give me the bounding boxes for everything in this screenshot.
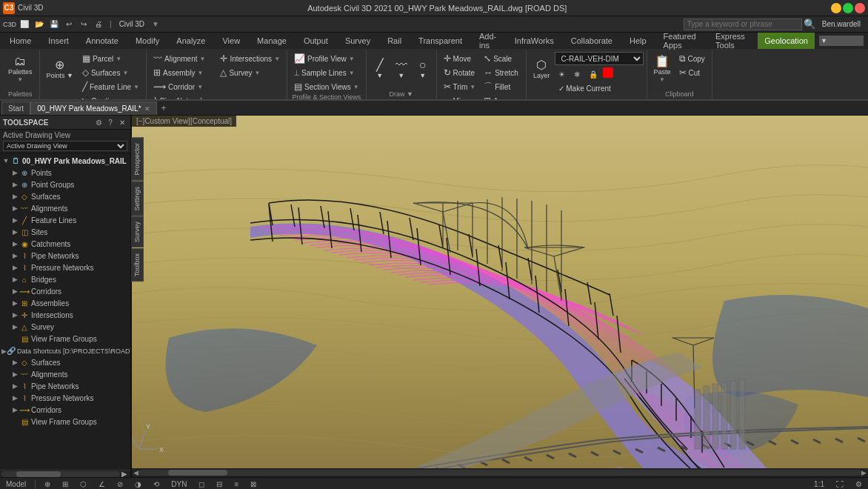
close-button[interactable] [855, 3, 865, 13]
circle-button[interactable]: ○ ▼ [413, 52, 433, 86]
viewport-scroll-thumb[interactable] [168, 470, 227, 476]
polyline-button[interactable]: 〰 ▼ [391, 52, 412, 86]
tree-item-survey[interactable]: ▶ △ Survey [0, 321, 130, 333]
tab-survey[interactable]: Survey [337, 33, 378, 49]
intersections-button[interactable]: ✛ Intersections ▼ [216, 52, 284, 65]
minimize-button[interactable] [831, 3, 841, 13]
ts-properties-button[interactable]: ⚙ [93, 117, 104, 127]
status-ortho[interactable]: ∠ [96, 480, 108, 488]
feature-line-button[interactable]: ╱ Feature Line ▼ [79, 80, 143, 93]
layer-off-button[interactable]: ☀ [555, 67, 569, 81]
copy-button[interactable]: ⧉ Copy [675, 52, 709, 65]
properties-button[interactable]: ⚙ Properties [555, 96, 644, 99]
status-model[interactable]: Model [3, 480, 29, 488]
tree-item-catchments[interactable]: ▶ ◉ Catchments [0, 238, 130, 250]
tree-item-view-frame-groups[interactable]: ▤ View Frame Groups [0, 333, 130, 345]
tree-scrollbar[interactable]: ▶ [0, 470, 130, 477]
status-snap[interactable]: ⊕ [41, 480, 53, 488]
tab-start[interactable]: Start [1, 102, 30, 115]
layer-properties-button[interactable]: ⬡ Layer [530, 52, 554, 86]
assembly-button[interactable]: ⊞ Assembly ▼ [150, 66, 216, 79]
prospector-tab[interactable]: Prospector [131, 138, 144, 181]
points-button[interactable]: ⊕ Points ▼ [43, 52, 77, 86]
tree-item-ds-alignments[interactable]: ▶ 〰 Alignments [0, 368, 130, 380]
survey-button[interactable]: △ Survey ▼ [216, 66, 284, 79]
h-scroll-bar[interactable]: ◀ ▶ [132, 468, 868, 477]
tab-addins[interactable]: Add-ins [471, 33, 506, 49]
tree-item-pipe-networks[interactable]: ▶ ⌇ Pipe Networks [0, 250, 130, 262]
tree-item-assemblies[interactable]: ▶ ⊞ Assemblies [0, 297, 130, 309]
alignment-button[interactable]: 〰 Alignment ▼ [150, 52, 216, 65]
status-sc[interactable]: ⊠ [247, 480, 259, 488]
tab-annotate[interactable]: Annotate [78, 33, 127, 49]
array-button[interactable]: ⊞ Array ▼ [480, 94, 523, 99]
scroll-thumb[interactable] [16, 471, 61, 477]
parcel-button[interactable]: ▦ Parcel ▼ [79, 52, 143, 65]
ts-help-button[interactable]: ? [105, 117, 116, 127]
maximize-button[interactable] [843, 3, 853, 13]
tab-modify[interactable]: Modify [127, 33, 167, 49]
scroll-left-button[interactable]: ◀ [133, 469, 138, 476]
tree-item-ds-view-frames[interactable]: ▤ View Frame Groups [0, 416, 130, 428]
tree-item-ds-surfaces[interactable]: ▶ ◇ Surfaces [0, 356, 130, 368]
profile-view-button[interactable]: 📈 Profile View ▼ [290, 52, 363, 65]
make-current-button[interactable]: ✓ Make Current [555, 82, 644, 95]
mirror-button[interactable]: ⇔ Mirror [440, 94, 480, 99]
layer-lock-button[interactable]: 🔒 [585, 67, 601, 81]
tree-item-ds-pipe-networks[interactable]: ▶ ⌇ Pipe Networks [0, 380, 130, 392]
ts-close-button[interactable]: ✕ [117, 117, 127, 127]
tab-view[interactable]: View [214, 33, 248, 49]
line-button[interactable]: ╱ ▼ [370, 52, 390, 86]
tree-item-ds-pressure[interactable]: ▶ ⌇ Pressure Networks [0, 392, 130, 404]
tree-item-pressure-networks[interactable]: ▶ ⌇ Pressure Networks [0, 262, 130, 273]
save-button[interactable]: 💾 [47, 18, 61, 31]
tree-item-corridors[interactable]: ▶ ⟿ Corridors [0, 285, 130, 297]
rotate-button[interactable]: ↻ Rotate [440, 66, 480, 79]
tree-item-sites[interactable]: ▶ ◫ Sites [0, 226, 130, 238]
status-lw[interactable]: ◻ [196, 480, 207, 488]
layer-freeze-button[interactable]: ❄ [570, 67, 584, 81]
tree-item-intersections[interactable]: ▶ ✛ Intersections [0, 309, 130, 321]
tree-item-drawing[interactable]: ▼ 🗒 00_HWY Park Meadows_RAIL [0, 155, 130, 167]
scale-button[interactable]: ⤡ Scale [480, 52, 523, 65]
open-button[interactable]: 📂 [33, 18, 46, 31]
trim-button[interactable]: ✂ Trim ▼ [440, 80, 480, 93]
tree-item-ds-corridors[interactable]: ▶ ⟿ Corridors [0, 404, 130, 416]
scroll-arrow[interactable]: ▶ [120, 470, 129, 478]
corridor-button[interactable]: ⟿ Corridor ▼ [150, 80, 216, 93]
close-tab-icon[interactable]: ✕ [144, 105, 150, 113]
section-views-button[interactable]: ▤ Section Views ▼ [290, 80, 363, 93]
tree-item-data-shortcuts[interactable]: ▶ 🔗 Data Shortcuts [D:\PROJECTS\ROAD\...… [0, 345, 130, 356]
status-grid[interactable]: ⊞ [59, 480, 71, 488]
status-viewport[interactable]: ⛶ [833, 480, 847, 488]
search-input[interactable] [684, 19, 802, 30]
tab-output[interactable]: Output [296, 33, 336, 49]
tab-transparent[interactable]: Transparent [410, 33, 470, 49]
search-button[interactable]: 🔍 [804, 19, 816, 30]
tree-item-bridges[interactable]: ▶ ⌂ Bridges [0, 273, 130, 285]
tab-geolocation[interactable]: Geolocation [758, 33, 815, 49]
grading-button[interactable]: ◺ Grading ▼ [79, 94, 143, 99]
surfaces-button[interactable]: ◇ Surfaces ▼ [79, 66, 143, 79]
sample-lines-button[interactable]: ⟂ Sample Lines ▼ [290, 66, 363, 79]
status-polar[interactable]: ⊘ [114, 480, 126, 488]
fillet-button[interactable]: ⌒ Fillet [480, 80, 523, 93]
undo-button[interactable]: ↩ [62, 18, 76, 31]
tab-manage[interactable]: Manage [249, 33, 295, 49]
stretch-button[interactable]: ↔ Stretch [480, 66, 523, 79]
status-workspace[interactable]: ⚙ [852, 480, 865, 488]
status-3d-osnap[interactable]: ⟲ [150, 480, 162, 488]
tab-express[interactable]: Express Tools [707, 33, 757, 49]
status-dyn[interactable]: DYN [168, 480, 190, 488]
tree-item-point-groups[interactable]: ▶ ⊕ Point Groups [0, 179, 130, 190]
tab-drawing[interactable]: 00_HWY Park Meadows_RAIL* ✕ [30, 102, 156, 115]
move-button[interactable]: ✛ Move [440, 52, 480, 65]
workspace-dropdown[interactable]: ▼ [819, 36, 864, 46]
pipe-network-button[interactable]: ⌇ Pipe Network ▼ [150, 94, 216, 99]
new-tab-button[interactable]: + [157, 102, 171, 115]
status-scale[interactable]: 1:1 [811, 480, 827, 488]
tab-home[interactable]: Home [1, 33, 39, 49]
scroll-right-button[interactable]: ▶ [861, 469, 867, 476]
status-osnap[interactable]: ◑ [132, 480, 144, 488]
survey-side-tab[interactable]: Survey [131, 216, 144, 247]
